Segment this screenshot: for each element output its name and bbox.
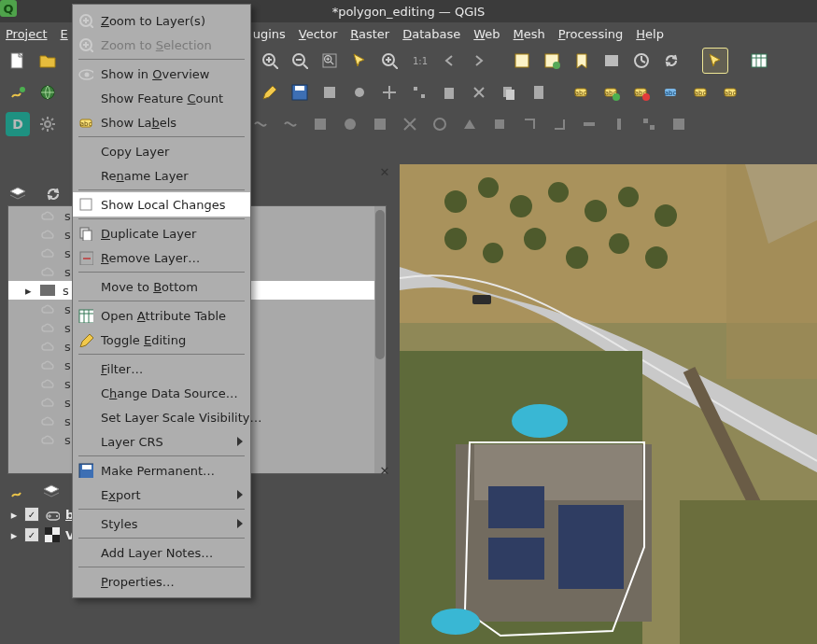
- digitize-button[interactable]: [347, 80, 372, 105]
- zoom-out-button[interactable]: [288, 49, 312, 73]
- menu-help[interactable]: Help: [636, 27, 664, 41]
- menu-filter[interactable]: Filter…: [73, 357, 250, 381]
- menu-change-data-source[interactable]: Change Data Source…: [73, 381, 250, 405]
- layer-visible-checkbox[interactable]: ✓: [24, 507, 39, 522]
- adv-dig-4[interactable]: [338, 112, 362, 136]
- zoom-last-button[interactable]: [437, 49, 461, 73]
- panel2-close-icon[interactable]: ✕: [377, 463, 392, 478]
- temporal-button[interactable]: [629, 49, 654, 73]
- menu-add-layer-notes[interactable]: Add Layer Notes…: [73, 540, 250, 565]
- adv-dig-10[interactable]: [517, 112, 542, 136]
- menu-edit-partial[interactable]: E: [60, 27, 67, 41]
- adv-dig-8[interactable]: [458, 112, 482, 136]
- menu-plugins-partial[interactable]: ugins: [253, 27, 286, 41]
- menu-styles[interactable]: Styles: [73, 511, 250, 536]
- menu-make-permanent[interactable]: Make Permanent…: [73, 458, 250, 483]
- menu-raster[interactable]: Raster: [350, 27, 389, 41]
- plugin-d-button[interactable]: D: [6, 112, 30, 136]
- layers-scrollbar[interactable]: [374, 206, 386, 473]
- refresh-button[interactable]: [659, 49, 683, 73]
- adv-dig-14[interactable]: [637, 112, 661, 136]
- menu-show-labels[interactable]: Show Labels: [73, 110, 250, 134]
- label-tool-1[interactable]: [570, 80, 594, 105]
- move-feature-button[interactable]: [377, 80, 401, 105]
- zoom-native-button[interactable]: 1:1: [407, 49, 431, 73]
- menu-layer-crs[interactable]: Layer CRS: [73, 429, 250, 454]
- layer-add-group-button[interactable]: [39, 480, 63, 504]
- toggle-editing-button[interactable]: [258, 80, 282, 105]
- zoom-layer-button[interactable]: [377, 49, 401, 73]
- add-vector-button[interactable]: [6, 80, 30, 105]
- label-tool-4[interactable]: abc: [659, 80, 683, 105]
- layer-refresh-button[interactable]: [41, 182, 65, 206]
- menu-move-to-bottom[interactable]: Move to Bottom: [73, 274, 250, 299]
- node-tool-button[interactable]: [407, 80, 431, 105]
- menu-properties[interactable]: Properties…: [73, 569, 250, 594]
- adv-dig-6[interactable]: [398, 112, 422, 136]
- zoom-full-button[interactable]: [317, 49, 342, 73]
- menu-copy-layer[interactable]: Copy Layer: [73, 139, 250, 163]
- adv-dig-11[interactable]: [547, 112, 571, 136]
- layer-context-menu[interactable]: Zoom to Layer(s) Zoom to Selection Show …: [72, 4, 251, 598]
- label-tool-6[interactable]: [719, 80, 743, 105]
- settings-button[interactable]: [35, 112, 60, 136]
- menu-web[interactable]: Web: [473, 27, 500, 41]
- new-map-view-button[interactable]: [510, 49, 534, 73]
- menu-rename-layer[interactable]: Rename Layer: [73, 163, 250, 188]
- label-tool-2[interactable]: [599, 80, 624, 105]
- show-bookmarks-button[interactable]: [599, 49, 624, 73]
- menu-open-attribute-table[interactable]: Open Attribute Table: [73, 303, 250, 328]
- open-project-button[interactable]: [35, 49, 60, 73]
- menu-show-feature-count[interactable]: Show Feature Count: [73, 86, 250, 110]
- menu-project[interactable]: Project: [6, 27, 47, 41]
- adv-dig-12[interactable]: [577, 112, 601, 136]
- selection-tool-button[interactable]: [702, 48, 728, 74]
- menu-toggle-editing[interactable]: Toggle Editing: [73, 328, 250, 352]
- adv-dig-15[interactable]: [667, 112, 691, 136]
- delete-selected-button[interactable]: [437, 80, 461, 105]
- copy-button[interactable]: [497, 80, 521, 105]
- adv-dig-2[interactable]: [278, 112, 303, 136]
- menu-zoom-to-layers[interactable]: Zoom to Layer(s): [73, 8, 250, 33]
- new-3d-view-button[interactable]: [540, 49, 564, 73]
- save-edits-button[interactable]: [288, 80, 312, 105]
- expand-icon[interactable]: ▸: [9, 528, 19, 542]
- adv-dig-13[interactable]: [607, 112, 631, 136]
- layer-style-button[interactable]: [6, 182, 30, 206]
- label-tool-3[interactable]: [629, 80, 654, 105]
- remove-icon: [78, 250, 93, 265]
- add-raster-button[interactable]: [35, 80, 60, 105]
- label-tool-5[interactable]: [689, 80, 713, 105]
- adv-dig-9[interactable]: [487, 112, 512, 136]
- attribute-table-button[interactable]: [747, 49, 771, 73]
- adv-dig-5[interactable]: [368, 112, 392, 136]
- add-feature-button[interactable]: [317, 80, 342, 105]
- new-project-button[interactable]: [6, 49, 30, 73]
- paste-button[interactable]: [527, 80, 551, 105]
- menu-vector[interactable]: Vector: [299, 27, 337, 41]
- zoom-selection-button[interactable]: [347, 49, 372, 73]
- layer-visible-checkbox[interactable]: ✓: [24, 527, 39, 542]
- panel-close-icon[interactable]: ✕: [377, 164, 392, 179]
- new-bookmark-button[interactable]: [570, 49, 594, 73]
- menu-remove-layer[interactable]: Remove Layer…: [73, 245, 250, 270]
- zoom-in-button[interactable]: [258, 49, 282, 73]
- adv-dig-1[interactable]: [248, 112, 273, 136]
- zoom-next-button[interactable]: [467, 49, 491, 73]
- menu-set-scale-visibility[interactable]: Set Layer Scale Visibility…: [73, 405, 250, 429]
- menu-export[interactable]: Export: [73, 483, 250, 507]
- menu-mesh[interactable]: Mesh: [514, 27, 545, 41]
- adv-dig-3[interactable]: [308, 112, 332, 136]
- menu-processing[interactable]: Processing: [558, 27, 623, 41]
- map-canvas[interactable]: [400, 164, 817, 644]
- scrollbar-thumb[interactable]: [375, 210, 385, 359]
- menu-show-local-changes[interactable]: Show Local Changes: [73, 192, 250, 217]
- cut-button[interactable]: [467, 80, 491, 105]
- expand-icon[interactable]: ▸: [9, 508, 19, 522]
- menu-duplicate-layer[interactable]: Duplicate Layer: [73, 221, 250, 245]
- svg-point-71: [444, 190, 467, 213]
- menu-database[interactable]: Database: [402, 27, 460, 41]
- adv-dig-7[interactable]: [428, 112, 452, 136]
- layer-style-button-2[interactable]: [6, 480, 30, 504]
- menu-show-in-overview[interactable]: Show in Overview: [73, 62, 250, 86]
